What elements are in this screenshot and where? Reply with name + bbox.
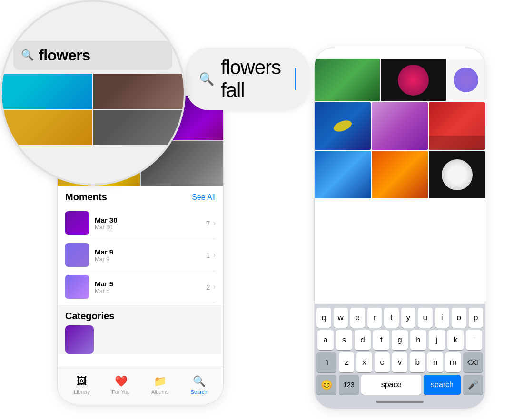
photo-orange-tulips[interactable] bbox=[372, 151, 428, 198]
moments-title: Moments bbox=[65, 192, 107, 203]
big-search-bar[interactable]: 🔍 flowers fall bbox=[186, 48, 309, 110]
right-phone: q w e r t y u i o p a s d f g h j k l ⇧ … bbox=[314, 48, 485, 409]
moment-info-3: Mar 5 Mar 5 bbox=[95, 280, 206, 294]
tab-for-you[interactable]: ❤️ For You bbox=[104, 375, 138, 395]
key-t[interactable]: t bbox=[384, 308, 399, 328]
key-r[interactable]: r bbox=[367, 308, 382, 328]
key-emoji[interactable]: 😊 bbox=[316, 375, 336, 395]
library-icon: 🖼 bbox=[77, 375, 87, 388]
search-icon: 🔍 bbox=[193, 375, 206, 388]
moment-date-main-2: Mar 9 bbox=[95, 248, 206, 256]
magnifier-search-icon: 🔍 bbox=[21, 49, 34, 61]
text-cursor bbox=[295, 68, 296, 90]
moment-count-2: 1 bbox=[206, 251, 210, 259]
photo-purple-iris[interactable] bbox=[372, 102, 428, 150]
moment-date-sub-2: Mar 9 bbox=[95, 256, 206, 263]
key-v[interactable]: v bbox=[392, 352, 407, 372]
magnifier-search-text: flowers bbox=[39, 47, 90, 64]
key-search[interactable]: search bbox=[424, 375, 461, 395]
photo-red-trees[interactable] bbox=[429, 102, 485, 150]
key-s[interactable]: s bbox=[336, 330, 352, 350]
moment-item-1[interactable]: Mar 30 Mar 30 7 › bbox=[65, 207, 216, 239]
photo-white-flower[interactable] bbox=[429, 151, 485, 198]
key-n[interactable]: n bbox=[427, 352, 443, 372]
moments-section: Moments See All Mar 30 Mar 30 7 › Mar 9 … bbox=[58, 186, 223, 303]
key-d[interactable]: d bbox=[355, 330, 371, 350]
photo-purple-small[interactable] bbox=[447, 59, 485, 101]
photo-green-leaves[interactable] bbox=[315, 59, 380, 101]
for-you-label: For You bbox=[112, 389, 130, 395]
home-bar bbox=[376, 401, 424, 403]
keyboard: q w e r t y u i o p a s d f g h j k l ⇧ … bbox=[315, 304, 485, 409]
keyboard-bottom-row: 😊 123 space search 🎤 bbox=[316, 375, 483, 395]
key-w[interactable]: w bbox=[334, 308, 348, 328]
photo-row-1 bbox=[315, 59, 485, 101]
moment-thumb-3 bbox=[65, 275, 89, 299]
right-phone-top-padding bbox=[315, 48, 485, 59]
tab-albums[interactable]: 📁 Albums bbox=[143, 375, 177, 395]
pink-dahlia-inner bbox=[398, 65, 429, 96]
key-p[interactable]: p bbox=[469, 308, 484, 328]
albums-icon: 📁 bbox=[154, 375, 167, 388]
key-h[interactable]: h bbox=[410, 330, 426, 350]
albums-label: Albums bbox=[151, 389, 169, 395]
big-search-text: flowers fall bbox=[221, 56, 296, 102]
photo-blue-water[interactable] bbox=[315, 102, 371, 150]
mag-photo-1 bbox=[2, 74, 92, 109]
key-j[interactable]: j bbox=[429, 330, 445, 350]
for-you-icon: ❤️ bbox=[115, 375, 128, 388]
keyboard-row-1: q w e r t y u i o p bbox=[316, 308, 483, 328]
key-k[interactable]: k bbox=[447, 330, 464, 350]
see-all-button[interactable]: See All bbox=[192, 193, 216, 202]
mag-photo-2 bbox=[93, 74, 184, 109]
tab-library[interactable]: 🖼 Library bbox=[65, 375, 99, 395]
key-mic[interactable]: 🎤 bbox=[463, 375, 483, 395]
magnifier-content: 🔍 flowers bbox=[2, 41, 184, 145]
key-c[interactable]: c bbox=[375, 352, 390, 372]
key-o[interactable]: o bbox=[452, 308, 466, 328]
key-f[interactable]: f bbox=[373, 330, 389, 350]
key-e[interactable]: e bbox=[350, 308, 365, 328]
key-m[interactable]: m bbox=[445, 352, 461, 372]
mag-photo-3 bbox=[2, 110, 92, 145]
photo-pink-dahlia[interactable] bbox=[381, 59, 446, 101]
moment-date-main-3: Mar 5 bbox=[95, 280, 206, 288]
key-z[interactable]: z bbox=[339, 352, 354, 372]
moment-count-1: 7 bbox=[206, 219, 210, 227]
key-u[interactable]: u bbox=[418, 308, 433, 328]
key-a[interactable]: a bbox=[317, 330, 334, 350]
key-123[interactable]: 123 bbox=[339, 375, 359, 395]
key-q[interactable]: q bbox=[316, 308, 331, 328]
mag-photo-4 bbox=[93, 110, 184, 145]
moment-item-3[interactable]: Mar 5 Mar 5 2 › bbox=[65, 271, 216, 303]
key-g[interactable]: g bbox=[392, 330, 408, 350]
home-indicator bbox=[316, 397, 483, 407]
big-search-icon: 🔍 bbox=[199, 72, 214, 87]
right-photo-section bbox=[315, 59, 485, 198]
key-space[interactable]: space bbox=[361, 375, 421, 395]
moment-date-sub-3: Mar 5 bbox=[95, 288, 206, 294]
key-x[interactable]: x bbox=[356, 352, 372, 372]
key-b[interactable]: b bbox=[410, 352, 425, 372]
purple-flower-small-inner bbox=[454, 68, 478, 92]
key-l[interactable]: l bbox=[466, 330, 482, 350]
leaf-accent bbox=[332, 118, 353, 134]
photo-blue-flowers[interactable] bbox=[315, 151, 371, 198]
tree-shadow bbox=[429, 136, 485, 150]
key-i[interactable]: i bbox=[435, 308, 450, 328]
big-search-bar-container: 🔍 flowers fall bbox=[186, 48, 309, 110]
category-thumb-1[interactable] bbox=[65, 325, 94, 354]
keyboard-row-2: a s d f g h j k l bbox=[316, 330, 483, 350]
key-y[interactable]: y bbox=[401, 308, 416, 328]
keyboard-row-3: ⇧ z x c v b n m ⌫ bbox=[316, 352, 483, 372]
moment-thumb-2 bbox=[65, 243, 89, 267]
categories-thumb-row bbox=[65, 325, 216, 354]
moment-item-2[interactable]: Mar 9 Mar 9 1 › bbox=[65, 239, 216, 271]
magnifier-circle: 🔍 flowers bbox=[0, 0, 186, 186]
key-delete[interactable]: ⌫ bbox=[463, 352, 483, 372]
moment-date-main-1: Mar 30 bbox=[95, 216, 206, 224]
chevron-icon-1: › bbox=[213, 219, 216, 227]
key-shift[interactable]: ⇧ bbox=[316, 352, 336, 372]
tab-search[interactable]: 🔍 Search bbox=[182, 375, 216, 395]
moment-date-sub-1: Mar 30 bbox=[95, 224, 206, 231]
